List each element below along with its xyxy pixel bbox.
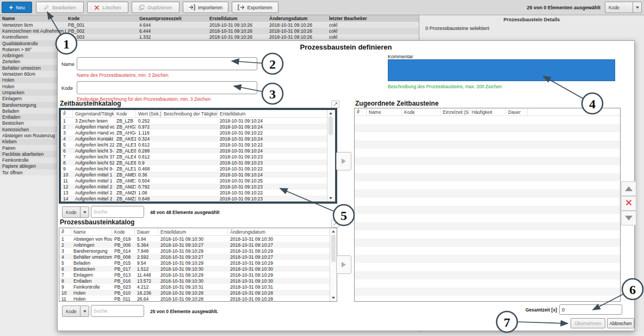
loeschen-button[interactable]: Löschen [87,2,128,13]
table-row[interactable]: 8Aufgreifen leicht 52...ZB_ALE600.92018-… [61,160,328,166]
table-row[interactable]: 3Aufgreifen Hand vol...ZB_AHG451.1162018… [61,130,328,136]
move-up-button[interactable] [621,181,636,196]
column-header[interactable]: # [59,228,71,235]
table-row[interactable] [355,288,620,296]
table-row[interactable] [355,124,620,132]
table-row[interactable] [355,140,620,149]
table-row[interactable] [355,263,620,271]
table-row[interactable]: 9FeinkontrollePB_0234.2122018-10-31 09:1… [59,284,330,290]
column-header[interactable]: # [61,110,73,117]
table-row[interactable]: 7EinlagernPB_01311.4482018-10-31 09:10:2… [59,272,330,278]
column-header[interactable]: Beschreibung der Tätigkeit [162,110,218,117]
table-row[interactable]: 11HolenPB_01126.642018-10-31 09:10:28201… [59,296,330,302]
column-header[interactable]: Wert (Sek.) [136,110,162,117]
column-header[interactable]: Erstelldatum [207,15,267,22]
scroll-down-icon[interactable] [327,196,334,201]
gesamtzeit-input[interactable] [559,304,622,315]
table-row[interactable] [355,165,620,173]
table-row[interactable]: 3BandversorgungPB_0147.8482018-10-31 09:… [59,248,330,254]
table-row[interactable]: 4Behälter umsetzenPB_0082.5922018-10-31 … [59,254,330,260]
abbrechen-button[interactable]: Abbrechen [607,318,634,328]
table-row[interactable]: 5BeladenPB_0159.542018-10-31 09:10:29201… [59,260,330,266]
zb-filter-dropdown[interactable]: Kode [62,206,89,218]
table-row[interactable]: 1Absteigen von Rout...PB_0195.942018-10-… [59,236,330,242]
column-header[interactable]: Erstelldatum [218,110,328,117]
table-row[interactable] [355,279,620,288]
expand-icon[interactable] [331,219,339,228]
column-header[interactable]: Name [367,108,402,115]
scroll-up-icon[interactable] [327,111,334,116]
table-row[interactable] [355,198,620,206]
table-row[interactable]: 4Aufgreifen Kontakt ...ZB_AKE150.3242018… [61,136,328,142]
scroll-thumb[interactable] [329,117,333,135]
table-row[interactable]: KontrollierenPB_0031.3322018-10-31 09:10… [0,34,419,40]
column-header[interactable]: Kode [66,15,137,22]
table-row[interactable] [355,206,620,214]
column-header[interactable]: Dauer [506,108,528,115]
filter-kode-dropdown[interactable]: Kode [605,2,642,13]
table-row[interactable]: 2Aufgreifen Hand vol...ZB_AHG300.9722018… [61,124,328,130]
neu-button[interactable]: + Neu [2,2,32,13]
importieren-button[interactable]: Importieren [183,2,228,13]
exportieren-button[interactable]: Exportieren [232,2,278,13]
column-header[interactable]: Gegenstand/Tätigkeit [73,110,114,117]
column-header[interactable]: Name [0,15,66,22]
column-header[interactable]: # [355,108,367,115]
table-row[interactable] [355,149,620,157]
column-header[interactable]: Erstelldatum [158,228,228,235]
table-row[interactable]: 10Aufgreifen mittel 1 ...ZB_AME050.36201… [61,172,328,178]
column-header[interactable]: Änderungsdatum [228,228,330,235]
table-row[interactable] [355,247,620,255]
zb-search-input[interactable] [91,206,144,218]
expand-icon[interactable] [331,100,339,108]
remove-button[interactable] [621,196,636,211]
scrollbar[interactable] [327,110,334,201]
move-down-button[interactable] [621,211,636,225]
column-header[interactable]: Häufigkeit [469,108,506,115]
table-row[interactable] [355,181,620,190]
table-row[interactable] [355,116,620,124]
column-header[interactable] [528,108,620,115]
column-header[interactable]: Kode [402,108,441,115]
table-row[interactable]: 13 Zeichen lesenZB_LZB0.2522018-10-31 09… [61,118,328,124]
column-header[interactable]: letzter Bearbeiter [327,15,419,22]
table-row[interactable]: 14Aufgreifen mittel 2 ...ZB_AMZ150.64820… [61,196,328,201]
table-row[interactable]: 11Aufgreifen mittel 1 ...ZB_AME150.50420… [61,178,328,184]
scroll-down-icon[interactable] [330,295,337,301]
table-row[interactable] [355,173,620,181]
scroll-up-icon[interactable] [330,229,337,234]
table-row[interactable] [355,190,620,198]
table-row[interactable] [355,255,620,263]
uebernehmen-button[interactable]: Übernehmen [571,318,605,328]
table-row[interactable]: 8EntladenPB_01613.5722018-10-31 09:10:30… [59,278,330,284]
table-row[interactable]: 2AnbringenPB_0065.3642018-10-31 09:10:27… [59,242,330,248]
table-row[interactable] [355,296,620,302]
table-row[interactable]: Versetzen 9cmPB_0014.6442018-10-31 09:10… [0,22,419,28]
column-header[interactable]: Kode [114,110,136,117]
column-header[interactable]: Gesamtprozesszeit [137,15,207,22]
column-header[interactable]: Einzelzeit (Sek.) [441,108,469,115]
column-header[interactable]: Änderungsdatum [267,15,327,22]
table-row[interactable]: 6Aufgreifen leicht 3-...ZB_ALE050.288201… [61,148,328,154]
table-row[interactable] [355,239,620,247]
duplizieren-button[interactable]: Duplizieren [132,2,179,13]
kode-input[interactable] [77,81,257,94]
table-row[interactable] [355,271,620,279]
table-row[interactable]: 9Aufgreifen leicht 9-...ZB_ALE150.468201… [61,166,328,172]
table-row[interactable]: 13Aufgreifen mittel 2 ...ZB_AMZ601.08201… [61,190,328,196]
pb-filter-dropdown[interactable]: Kode [62,306,89,317]
table-row[interactable] [355,222,620,230]
table-row[interactable]: 12Aufgreifen mittel 2 ...ZB_AMZ300.79220… [61,184,328,190]
table-row[interactable]: 5Aufgreifen leicht 22...ZB_ALE300.612201… [61,142,328,148]
column-header[interactable]: Dauer [135,228,158,235]
table-row[interactable] [355,230,620,239]
kommentar-input[interactable] [388,59,615,81]
name-input[interactable] [77,57,257,70]
bearbeiten-button[interactable]: Bearbeiten [36,2,84,13]
add-prozessbaustein-button[interactable] [336,255,351,274]
table-row[interactable]: 10HolenPB_01016.2362018-10-31 09:10:2820… [59,290,330,296]
add-zeitbaustein-button[interactable] [336,152,351,170]
scroll-thumb[interactable] [331,235,336,262]
pb-search-input[interactable] [91,305,144,317]
table-row[interactable] [355,132,620,140]
